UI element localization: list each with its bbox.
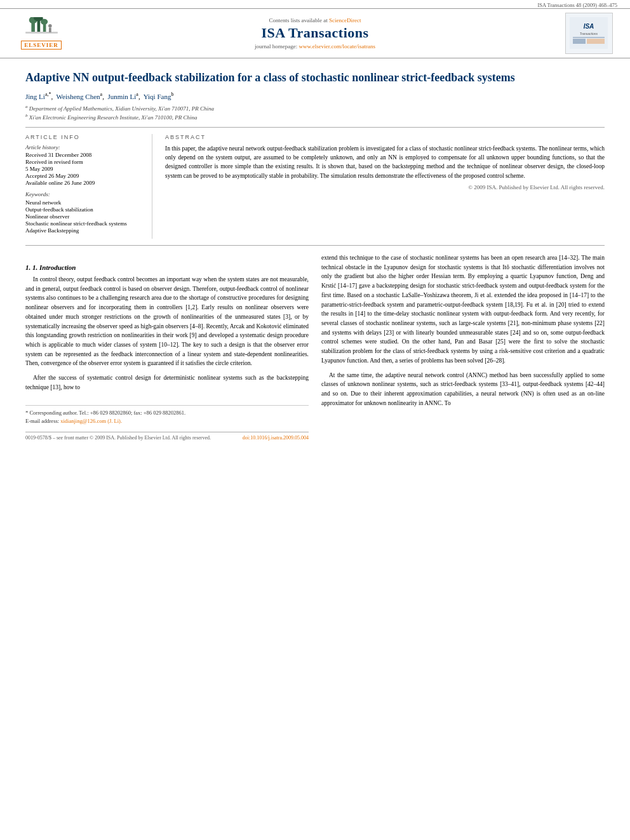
svg-text:ISA: ISA: [584, 23, 594, 30]
keyword-3: Nonlinear observer: [25, 213, 144, 220]
footnote-email: E-mail address: xidianjing@126.com (J. L…: [25, 418, 309, 425]
svg-text:Transactions: Transactions: [580, 32, 598, 36]
footer-issn: 0019-0578/$ – see front matter © 2009 IS…: [25, 435, 211, 441]
author-1-sup: a,*: [45, 91, 51, 97]
journal-meta: ISA Transactions 48 (2009) 468–475: [0, 0, 630, 8]
affil-b-text: Xi'an Electronic Engineering Research In…: [29, 114, 198, 121]
email-address[interactable]: xidianjing@126.com (J. Li).: [60, 418, 122, 424]
article-info-label: ARTICLE INFO: [25, 134, 144, 140]
author-2-sup: a: [100, 91, 103, 97]
homepage-prefix: journal homepage:: [255, 43, 297, 50]
page-footer: 0019-0578/$ – see front matter © 2009 IS…: [25, 432, 309, 441]
section-1-heading: 1. 1. Introduction: [25, 263, 309, 271]
affiliation-b: b Xi'an Electronic Engineering Research …: [25, 113, 605, 121]
affiliation-a: a Department of Applied Mathematics, Xid…: [25, 104, 605, 112]
paper-section: Adaptive NN output-feedback stabilizatio…: [0, 70, 630, 441]
isa-logo-area: ISA Transactions: [560, 13, 617, 54]
body-two-col: 1. 1. Introduction In control theory, ou…: [25, 253, 605, 441]
paper-title: Adaptive NN output-feedback stabilizatio…: [25, 70, 605, 85]
svg-rect-6: [25, 32, 58, 34]
affil-b-sup: b: [25, 113, 28, 118]
intro-para-1: In control theory, output feedback contr…: [25, 275, 309, 368]
footer-doi[interactable]: doi:10.1016/j.isatra.2009.05.004: [243, 435, 309, 441]
journal-info-text: ISA Transactions 48 (2009) 468–475: [537, 2, 617, 8]
history-group: Article history: Received 31 December 20…: [25, 144, 144, 186]
homepage-url[interactable]: www.elsevier.com/locate/isatrans: [299, 43, 375, 50]
article-two-col: ARTICLE INFO Article history: Received 3…: [25, 134, 605, 239]
right-para-2: At the same time, the adaptive neural ne…: [321, 371, 605, 408]
keywords-label: Keywords:: [25, 191, 144, 197]
sciencedirect-line: Contents lists available at ScienceDirec…: [70, 17, 560, 23]
email-label: E-mail address:: [25, 418, 59, 424]
keyword-4: Stochastic nonlinear strict-feedback sys…: [25, 220, 144, 227]
body-left-col: 1. 1. Introduction In control theory, ou…: [25, 253, 309, 441]
header-center: Contents lists available at ScienceDirec…: [70, 17, 560, 50]
elsevier-logo: ELSEVIER: [16, 15, 67, 53]
author-4-sup: b: [171, 91, 173, 97]
received-date: Received 31 December 2008: [25, 152, 144, 158]
abstract-label: ABSTRACT: [165, 134, 605, 140]
revised-date: 5 May 2009: [25, 166, 144, 172]
page-wrapper: ISA Transactions 48 (2009) 468–475: [0, 0, 630, 840]
section-1-title: 1. Introduction: [32, 263, 76, 271]
divider-1: [25, 127, 605, 128]
author-1: Jing Li: [25, 93, 45, 100]
elsevier-tree-svg: [24, 17, 59, 39]
elsevier-logo-area: ELSEVIER: [13, 15, 70, 53]
section-1-number: 1.: [25, 263, 32, 271]
right-para-1: extend this technique to the case of sto…: [321, 253, 605, 366]
svg-rect-14: [587, 39, 605, 44]
author-4: Yiqi Fang: [144, 93, 171, 100]
svg-point-7: [48, 24, 52, 28]
elsevier-text: ELSEVIER: [21, 41, 62, 50]
history-label: Article history:: [25, 144, 144, 150]
accepted-date: Accepted 26 May 2009: [25, 173, 144, 179]
svg-rect-8: [49, 28, 51, 32]
journal-title: ISA Transactions: [70, 25, 560, 41]
intro-para-2: After the success of systematic control …: [25, 373, 309, 392]
copyright-line: © 2009 ISA. Published by Elsevier Ltd. A…: [165, 184, 605, 190]
footnote-section: * Corresponding author. Tel.: +86 029 88…: [25, 405, 309, 426]
sciencedirect-link[interactable]: ScienceDirect: [329, 17, 361, 23]
abstract-col: ABSTRACT In this paper, the adaptive neu…: [165, 134, 605, 239]
contents-text: Contents lists available at: [269, 17, 328, 23]
isa-logo-svg: ISA Transactions: [570, 17, 608, 49]
author-2: Weisheng Chen: [57, 93, 100, 100]
article-info-col: ARTICLE INFO Article history: Received 3…: [25, 134, 152, 239]
available-date: Available online 26 June 2009: [25, 180, 144, 186]
received-revised-label: Received in revised form: [25, 159, 144, 165]
footnote-corresponding: * Corresponding author. Tel.: +86 029 88…: [25, 410, 309, 417]
keyword-5: Adaptive Backstepping: [25, 227, 144, 234]
journal-header: ELSEVIER Contents lists available at Sci…: [0, 8, 630, 58]
keyword-1: Neural network: [25, 199, 144, 206]
affil-a-text: Department of Applied Mathematics, Xidia…: [29, 105, 214, 112]
affil-a-sup: a: [25, 104, 28, 109]
svg-rect-13: [573, 39, 586, 44]
isa-inner: ISA Transactions: [570, 17, 608, 50]
journal-homepage: journal homepage: www.elsevier.com/locat…: [70, 43, 560, 50]
authors-line: Jing Lia,*, Weisheng Chena, Junmin Lia, …: [25, 91, 605, 100]
keywords-group: Keywords: Neural network Output-feedback…: [25, 191, 144, 234]
body-right-col: extend this technique to the case of sto…: [321, 253, 605, 441]
isa-logo: ISA Transactions: [565, 13, 613, 54]
keyword-2: Output-feedback stabilization: [25, 206, 144, 213]
author-3: Junmin Li: [107, 93, 136, 100]
divider-2: [25, 245, 605, 246]
author-3-sup: a: [136, 91, 138, 97]
abstract-text: In this paper, the adaptive neural netwo…: [165, 144, 605, 180]
